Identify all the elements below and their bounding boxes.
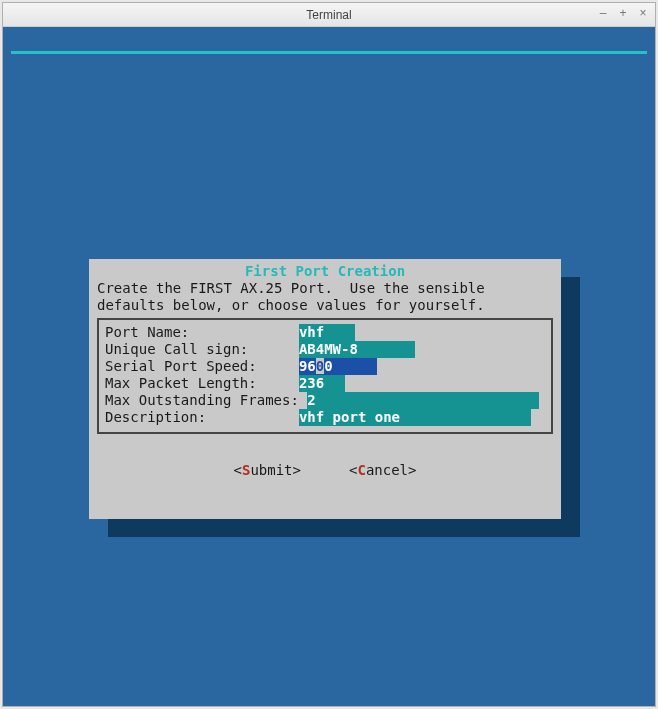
terminal-viewport: First Port Creation Create the FIRST AX.…	[3, 27, 655, 706]
row-port-name: Port Name: vhf	[105, 324, 545, 341]
label-description: Description:	[105, 409, 299, 426]
titlebar: Terminal – + ×	[3, 3, 655, 27]
window-title: Terminal	[3, 8, 655, 22]
input-call-sign[interactable]: AB4MW-8	[299, 341, 415, 358]
row-frames: Max Outstanding Frames: 2	[105, 392, 545, 409]
input-frames[interactable]: 2	[307, 392, 539, 409]
label-speed: Serial Port Speed:	[105, 358, 299, 375]
close-button[interactable]: ×	[635, 6, 651, 22]
row-call-sign: Unique Call sign: AB4MW-8	[105, 341, 545, 358]
label-port-name: Port Name:	[105, 324, 299, 341]
row-speed: Serial Port Speed: 9600	[105, 358, 545, 375]
input-speed[interactable]: 9600	[299, 358, 377, 375]
port-creation-dialog: First Port Creation Create the FIRST AX.…	[89, 259, 561, 519]
row-description: Description: vhf port one	[105, 409, 545, 426]
cancel-button[interactable]: <Cancel>	[349, 462, 416, 479]
maximize-button[interactable]: +	[615, 6, 631, 22]
minimize-button[interactable]: –	[595, 6, 611, 22]
input-port-name[interactable]: vhf	[299, 324, 355, 341]
horizontal-rule	[11, 51, 647, 54]
label-frames: Max Outstanding Frames:	[105, 392, 307, 409]
dialog-description: Create the FIRST AX.25 Port. Use the sen…	[97, 280, 553, 314]
form-box: Port Name: vhf Unique Call sign: AB4MW-8…	[97, 318, 553, 434]
window-buttons: – + ×	[595, 6, 651, 22]
terminal-window: Terminal – + × First Port Creation Creat…	[2, 2, 656, 707]
row-packet: Max Packet Length: 236	[105, 375, 545, 392]
dialog-title: First Port Creation	[97, 263, 553, 280]
label-packet: Max Packet Length:	[105, 375, 299, 392]
input-description[interactable]: vhf port one	[299, 409, 531, 426]
input-packet[interactable]: 236	[299, 375, 345, 392]
dialog-buttons: <Submit> <Cancel>	[97, 462, 553, 479]
submit-button[interactable]: <Submit>	[234, 462, 301, 479]
label-call-sign: Unique Call sign:	[105, 341, 299, 358]
